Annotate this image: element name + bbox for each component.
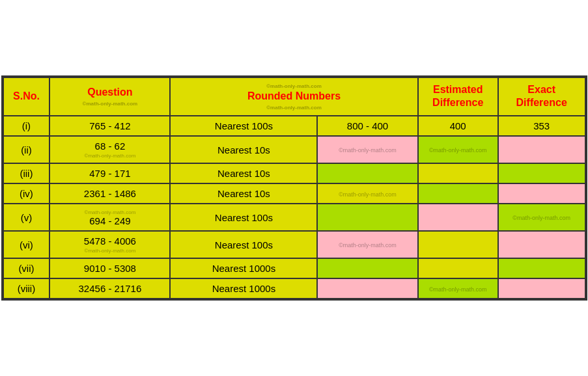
table-row: (vii)9010 - 5308Nearest 1000s <box>3 258 585 278</box>
cell-nearest: Nearest 10s <box>170 163 317 183</box>
table-row: (iv)2361 - 1486Nearest 10s©math-only-mat… <box>3 183 585 204</box>
header-row: S.No. Question ©math-only-math.com ©math… <box>3 77 585 116</box>
cell-estimated <box>418 231 498 258</box>
cell-sno: (vii) <box>3 258 50 278</box>
cell-rounded-val: ©math-only-math.com <box>317 136 417 163</box>
cell-estimated <box>418 183 498 204</box>
cell-exact: ©math-only-math.com <box>498 204 585 231</box>
cell-sno: (v) <box>3 204 50 231</box>
cell-sno: (viii) <box>3 278 50 299</box>
header-sno: S.No. <box>3 77 50 116</box>
table-row: (ii)68 - 62©math-only-math.comNearest 10… <box>3 136 585 163</box>
cell-exact <box>498 278 585 299</box>
cell-rounded-val: ©math-only-math.com <box>317 231 417 258</box>
header-estimated-diff: EstimatedDifference <box>418 77 498 116</box>
cell-rounded-val: ©math-only-math.com <box>317 183 417 204</box>
cell-exact <box>498 183 585 204</box>
cell-sno: (iii) <box>3 163 50 183</box>
cell-question: 479 - 171 <box>49 163 170 183</box>
cell-estimated: ©math-only-math.com <box>418 136 498 163</box>
table-row: (iii)479 - 171Nearest 10s <box>3 163 585 183</box>
cell-nearest: Nearest 100s <box>170 231 317 258</box>
cell-exact: 353 <box>498 116 585 136</box>
header-rounded-numbers: ©math-only-math.com Rounded Numbers ©mat… <box>170 77 417 116</box>
cell-question: 32456 - 21716 <box>49 278 170 299</box>
cell-estimated: ©math-only-math.com <box>418 278 498 299</box>
cell-sno: (ii) <box>3 136 50 163</box>
main-table-wrapper: S.No. Question ©math-only-math.com ©math… <box>1 75 587 301</box>
header-question: Question ©math-only-math.com <box>49 77 170 116</box>
cell-estimated <box>418 258 498 278</box>
cell-exact <box>498 163 585 183</box>
cell-nearest: Nearest 1000s <box>170 258 317 278</box>
cell-rounded-val <box>317 163 417 183</box>
estimation-table: S.No. Question ©math-only-math.com ©math… <box>3 77 586 300</box>
cell-rounded-val <box>317 278 417 299</box>
cell-question: ©math-only-math.com694 - 249 <box>49 204 170 231</box>
cell-rounded-val <box>317 258 417 278</box>
header-exact-diff: ExactDifference <box>498 77 585 116</box>
cell-estimated: 400 <box>418 116 498 136</box>
cell-exact <box>498 136 585 163</box>
cell-question: 9010 - 5308 <box>49 258 170 278</box>
cell-nearest: Nearest 100s <box>170 204 317 231</box>
cell-sno: (iv) <box>3 183 50 204</box>
cell-exact <box>498 258 585 278</box>
table-row: (vi)5478 - 4006©math-only-math.comNeares… <box>3 231 585 258</box>
cell-exact <box>498 231 585 258</box>
cell-question: 2361 - 1486 <box>49 183 170 204</box>
cell-sno: (vi) <box>3 231 50 258</box>
cell-rounded-val <box>317 204 417 231</box>
cell-question: 68 - 62©math-only-math.com <box>49 136 170 163</box>
cell-nearest: Nearest 100s <box>170 116 317 136</box>
cell-question: 5478 - 4006©math-only-math.com <box>49 231 170 258</box>
cell-estimated <box>418 204 498 231</box>
cell-sno: (i) <box>3 116 50 136</box>
table-row: (i)765 - 412Nearest 100s800 - 400400353 <box>3 116 585 136</box>
cell-nearest: Nearest 1000s <box>170 278 317 299</box>
table-row: (viii)32456 - 21716Nearest 1000s©math-on… <box>3 278 585 299</box>
cell-nearest: Nearest 10s <box>170 136 317 163</box>
cell-estimated <box>418 163 498 183</box>
cell-question: 765 - 412 <box>49 116 170 136</box>
cell-nearest: Nearest 10s <box>170 183 317 204</box>
table-body: (i)765 - 412Nearest 100s800 - 400400353(… <box>3 116 585 299</box>
table-row: (v)©math-only-math.com694 - 249Nearest 1… <box>3 204 585 231</box>
cell-rounded-val: 800 - 400 <box>317 116 417 136</box>
